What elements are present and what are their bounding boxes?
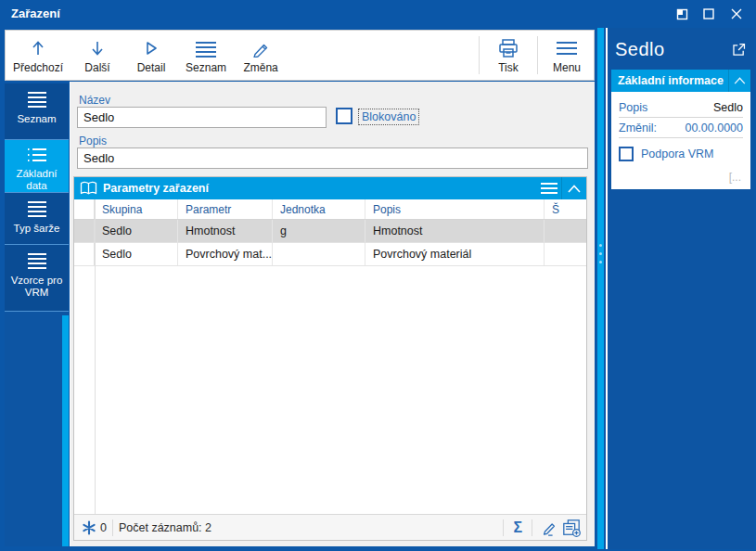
maximize-button[interactable] xyxy=(695,2,723,26)
cell-skupina[interactable]: Sedlo xyxy=(95,220,178,242)
print-label: Tisk xyxy=(498,61,519,74)
popis-value: Sedlo xyxy=(713,101,743,114)
more-indicator[interactable]: [... xyxy=(619,165,743,186)
name-input[interactable] xyxy=(77,107,327,128)
row-selector-cell[interactable] xyxy=(74,243,95,265)
sidebar-tab-zakladni-data[interactable]: Základní data xyxy=(5,140,69,193)
arrow-up-icon xyxy=(29,38,47,58)
next-label: Další xyxy=(84,61,109,74)
lines-icon xyxy=(26,252,48,269)
toolbar-right-group: Tisk Menu xyxy=(477,31,594,80)
basic-info-section: Základní informace Popis Sedlo Změnil: 0… xyxy=(611,70,750,189)
column-header-sarze[interactable]: Š xyxy=(545,199,586,219)
printer-icon xyxy=(497,38,519,58)
table-row[interactable]: Sedlo Hmotnost g Hmotnost xyxy=(74,220,586,243)
sidebar: Seznam Základní data Typ šarže Vzorce pr… xyxy=(5,83,69,546)
statusbar-separator xyxy=(112,519,113,536)
column-header-parametr[interactable]: Parametr xyxy=(178,199,273,219)
vrm-support-label[interactable]: Podpora VRM xyxy=(641,147,714,160)
grid-status-bar: 0 Počet záznamů: 2 Σ xyxy=(74,514,586,540)
grid-gutter-line xyxy=(95,199,96,514)
cell-popis[interactable]: Hmotnost xyxy=(365,220,545,242)
arrow-down-icon xyxy=(88,38,107,58)
zmenil-value: 00.00.0000 xyxy=(685,122,743,135)
restore-window-button[interactable] xyxy=(667,2,695,26)
lines-icon xyxy=(26,91,48,108)
detail-button[interactable]: Detail xyxy=(124,31,178,80)
panel-header-actions xyxy=(537,177,586,199)
parameters-grid: Skupina Parametr Jednotka Popis Š Sedlo … xyxy=(74,199,586,514)
open-external-button[interactable] xyxy=(731,42,747,58)
copy-add-record-button[interactable] xyxy=(560,519,583,537)
cell-popis[interactable]: Povrchový materiál xyxy=(365,243,545,265)
description-input[interactable] xyxy=(77,147,588,169)
close-button[interactable] xyxy=(723,2,750,26)
zmenil-label: Změnil: xyxy=(619,122,657,135)
menu-label: Menu xyxy=(553,61,581,74)
sidebar-tab-label: Vzorce pro VRM xyxy=(6,275,67,299)
sidebar-tab-vzorce-pro-vrm[interactable]: Vzorce pro VRM xyxy=(5,245,69,312)
dotted-list-icon xyxy=(26,147,48,162)
cell-parametr[interactable]: Hmotnost xyxy=(178,220,273,242)
parameters-panel-header: Parametry zařazení xyxy=(74,177,586,199)
sidebar-tab-seznam[interactable]: Seznam xyxy=(5,83,69,140)
right-info-panel: Sedlo Základní informace Popis Sedlo Změ… xyxy=(606,28,754,549)
popis-label: Popis xyxy=(619,101,647,114)
section-collapse-button[interactable] xyxy=(728,70,750,92)
description-field-label: Popis xyxy=(79,135,107,147)
record-count-text: Počet záznamů: 2 xyxy=(119,521,211,534)
toolbar-separator xyxy=(537,36,538,74)
table-row[interactable]: Sedlo Povrchový mat... Povrchový materiá… xyxy=(74,243,586,266)
next-button[interactable]: Další xyxy=(70,31,124,80)
edit-row-button[interactable] xyxy=(538,519,560,536)
previous-label: Předchozí xyxy=(13,61,63,74)
cell-parametr[interactable]: Povrchový mat... xyxy=(178,243,273,265)
panel-splitter[interactable] xyxy=(597,28,604,549)
cell-sarze[interactable] xyxy=(545,243,586,265)
panel-menu-lines-icon xyxy=(540,182,558,195)
cell-sarze[interactable] xyxy=(545,220,586,242)
column-header-skupina[interactable]: Skupina xyxy=(95,199,178,219)
previous-button[interactable]: Předchozí xyxy=(6,31,70,80)
sidebar-tab-label: Základní data xyxy=(6,168,67,192)
list-label: Seznam xyxy=(186,61,226,74)
cell-jednotka[interactable] xyxy=(273,243,365,265)
sum-button[interactable]: Σ xyxy=(509,519,526,536)
basic-info-title: Základní informace xyxy=(611,74,724,87)
basic-info-header[interactable]: Základní informace xyxy=(611,70,750,92)
print-button[interactable]: Tisk xyxy=(481,31,535,80)
sidebar-tab-label: Seznam xyxy=(17,113,56,125)
info-panel-title: Sedlo xyxy=(615,39,665,60)
play-triangle-icon xyxy=(142,38,160,58)
statusbar-separator xyxy=(503,519,504,536)
name-field-label: Název xyxy=(79,94,110,107)
column-header-popis[interactable]: Popis xyxy=(365,199,545,219)
column-header-jednotka[interactable]: Jednotka xyxy=(273,199,365,219)
pencil-icon xyxy=(251,38,270,58)
window-controls xyxy=(667,0,750,28)
cell-jednotka[interactable]: g xyxy=(273,220,365,242)
book-icon xyxy=(80,181,97,196)
restore-icon xyxy=(674,7,688,21)
edit-label: Změna xyxy=(243,61,277,74)
panel-collapse-button[interactable] xyxy=(562,177,586,199)
menu-button[interactable]: Menu xyxy=(540,31,594,80)
popis-row: Popis Sedlo xyxy=(619,97,743,118)
title-bar: Zařazení xyxy=(0,0,756,28)
list-button[interactable]: Seznam xyxy=(178,31,234,80)
grid-header-row: Skupina Parametr Jednotka Popis Š xyxy=(74,199,586,220)
chevron-up-icon xyxy=(568,185,581,193)
list-lines-icon xyxy=(194,38,218,58)
basic-info-card: Popis Sedlo Změnil: 00.00.0000 Podpora V… xyxy=(611,92,750,189)
menu-lines-icon xyxy=(555,38,579,58)
blocked-checkbox-label[interactable]: Blokováno xyxy=(358,109,419,125)
sidebar-accent-strip xyxy=(62,315,69,546)
row-selector-cell[interactable] xyxy=(74,220,95,242)
edit-button[interactable]: Změna xyxy=(234,31,288,80)
blocked-checkbox[interactable] xyxy=(336,108,352,124)
cell-skupina[interactable]: Sedlo xyxy=(95,243,178,265)
sidebar-tab-typ-sarze[interactable]: Typ šarže xyxy=(5,193,69,245)
panel-menu-button[interactable] xyxy=(537,177,561,199)
vrm-support-checkbox[interactable] xyxy=(619,147,634,161)
detail-label: Detail xyxy=(137,61,166,74)
